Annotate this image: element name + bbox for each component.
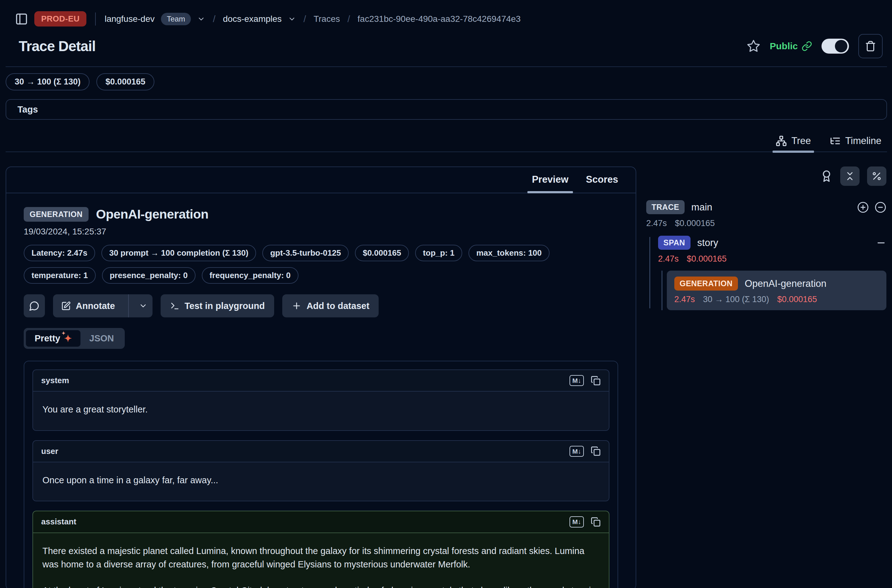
- span-type-badge: SPAN: [658, 236, 691, 250]
- breadcrumb-trace-id: fac231bc-90ee-490a-aa32-78c4269474e3: [357, 14, 521, 24]
- view-tabs: Tree Timeline: [6, 135, 887, 152]
- toggle-knob: [835, 40, 847, 52]
- public-share-link[interactable]: Public: [770, 41, 812, 51]
- pretty-label: Pretty: [35, 333, 60, 344]
- bookmark-star-icon[interactable]: [747, 39, 760, 53]
- button-divider: [128, 294, 129, 317]
- breadcrumb-traces[interactable]: Traces: [314, 14, 340, 24]
- observation-type-badge: GENERATION: [24, 207, 89, 222]
- trace-cost: $0.000165: [675, 219, 715, 228]
- max-tokens-badge: max_tokens: 100: [469, 245, 550, 261]
- award-icon[interactable]: [820, 170, 833, 182]
- span-name: story: [697, 237, 718, 249]
- span-latency: 2.47s: [658, 254, 679, 264]
- environment-badge: PROD-EU: [34, 11, 86, 27]
- message-content: You are a great storyteller.: [33, 392, 609, 430]
- cost-badge: $0.000165: [355, 245, 409, 261]
- messages-container: system M↓ You are a great storyteller. u…: [24, 361, 618, 588]
- format-json-segment[interactable]: JSON: [81, 330, 123, 347]
- observation-detail-card: Preview Scores GENERATION OpenAI-generat…: [6, 166, 636, 588]
- breadcrumb: PROD-EU langfuse-dev Team / docs-example…: [6, 0, 887, 27]
- message-assistant: assistant M↓ There existed a majestic pl…: [32, 511, 610, 588]
- tab-tree[interactable]: Tree: [775, 135, 812, 147]
- chevrons-down-up-icon: [845, 171, 855, 182]
- collapse-all-button[interactable]: [840, 166, 860, 186]
- breadcrumb-org[interactable]: langfuse-dev: [105, 14, 155, 24]
- public-toggle[interactable]: [821, 39, 849, 54]
- top-p-badge: top_p: 1: [415, 245, 462, 261]
- generation-metrics: 2.47s 30 → 100 (Σ 130) $0.000165: [674, 295, 879, 304]
- terminal-icon: [170, 301, 180, 311]
- test-in-playground-button[interactable]: Test in playground: [161, 294, 274, 317]
- trace-tree-panel: TRACE main 2.47s $0.000165 SPAN story: [646, 166, 887, 310]
- markdown-toggle-icon[interactable]: M↓: [569, 516, 584, 527]
- add-to-dataset-label: Add to dataset: [306, 301, 369, 311]
- latency-badge: Latency: 2.47s: [24, 245, 95, 261]
- delete-trace-button[interactable]: [858, 34, 883, 58]
- copy-icon[interactable]: [591, 376, 601, 386]
- comment-button[interactable]: [24, 294, 45, 317]
- panel-tabs: Preview Scores: [6, 167, 636, 193]
- circle-plus-icon[interactable]: [857, 201, 869, 213]
- token-usage-badge: 30 prompt → 100 completion (Σ 130): [101, 245, 256, 261]
- markdown-toggle-icon[interactable]: M↓: [569, 375, 584, 386]
- trace-detail-page: PROD-EU langfuse-dev Team / docs-example…: [0, 0, 892, 588]
- percent-icon: [871, 171, 882, 182]
- playground-label: Test in playground: [185, 301, 265, 311]
- breadcrumb-divider: [95, 12, 96, 26]
- list-tree-icon: [830, 135, 841, 147]
- sidebar-toggle-icon[interactable]: [15, 12, 28, 26]
- span-metrics: 2.47s $0.000165: [658, 254, 886, 264]
- message-user: user M↓ Once upon a time in a galaxy far…: [32, 440, 610, 502]
- tree-node-span[interactable]: SPAN story: [658, 236, 886, 250]
- pen-square-icon: [61, 301, 71, 311]
- message-role-label: user: [41, 447, 58, 456]
- markdown-toggle-icon[interactable]: M↓: [569, 446, 584, 457]
- annotate-button[interactable]: Annotate: [53, 301, 123, 311]
- tree-node-trace[interactable]: TRACE main: [646, 200, 886, 214]
- public-label: Public: [770, 41, 798, 51]
- message-content: There existed a majestic planet called L…: [33, 533, 609, 588]
- tags-section[interactable]: Tags: [6, 99, 887, 120]
- annotate-dropdown-button[interactable]: [134, 302, 153, 310]
- breadcrumb-project[interactable]: docs-examples: [223, 14, 282, 24]
- copy-icon[interactable]: [591, 517, 601, 527]
- temperature-badge: temperature: 1: [24, 267, 96, 284]
- org-plan-badge: Team: [161, 13, 191, 25]
- observation-badges: Latency: 2.47s 30 prompt → 100 completio…: [24, 245, 618, 284]
- generation-name: OpenAI-generation: [745, 278, 826, 290]
- tree-node-generation-selected[interactable]: GENERATION OpenAI-generation 2.47s 30 → …: [667, 271, 886, 310]
- annotate-label: Annotate: [76, 301, 115, 311]
- percent-metrics-button[interactable]: [867, 166, 886, 186]
- add-to-dataset-button[interactable]: Add to dataset: [282, 294, 378, 317]
- format-toggle: Pretty ✦✦ JSON: [24, 328, 125, 349]
- observation-title: OpenAI-generation: [96, 207, 209, 222]
- observation-timestamp: 19/03/2024, 15:25:37: [24, 226, 618, 237]
- circle-minus-icon[interactable]: [874, 201, 886, 213]
- assistant-paragraph: There existed a majestic planet called L…: [42, 544, 599, 572]
- copy-icon[interactable]: [591, 446, 601, 456]
- format-pretty-segment[interactable]: Pretty ✦✦: [26, 330, 81, 347]
- generation-tokens: 30 → 100 (Σ 130): [703, 295, 769, 304]
- generation-type-badge: GENERATION: [674, 276, 738, 291]
- breadcrumb-separator: /: [347, 14, 350, 24]
- message-content: Once upon a time in a galaxy far, far aw…: [33, 462, 609, 501]
- minus-icon[interactable]: [876, 238, 886, 248]
- message-role-label: system: [41, 376, 69, 386]
- tab-timeline[interactable]: Timeline: [828, 135, 883, 147]
- model-badge: gpt-3.5-turbo-0125: [262, 245, 349, 261]
- tab-preview[interactable]: Preview: [532, 174, 568, 193]
- trace-cost-badge: $0.000165: [96, 73, 155, 90]
- link-icon: [802, 41, 812, 51]
- generation-cost: $0.000165: [777, 295, 817, 304]
- tab-scores[interactable]: Scores: [586, 174, 618, 193]
- breadcrumb-separator: /: [303, 14, 306, 24]
- plus-icon: [291, 301, 302, 311]
- chevron-down-icon[interactable]: [288, 15, 296, 23]
- chevron-down-icon[interactable]: [197, 15, 205, 23]
- message-role-label: assistant: [41, 517, 77, 526]
- frequency-penalty-badge: frequency_penalty: 0: [202, 267, 299, 284]
- tab-timeline-label: Timeline: [845, 135, 881, 147]
- tags-label: Tags: [18, 105, 38, 114]
- tab-tree-label: Tree: [791, 135, 811, 147]
